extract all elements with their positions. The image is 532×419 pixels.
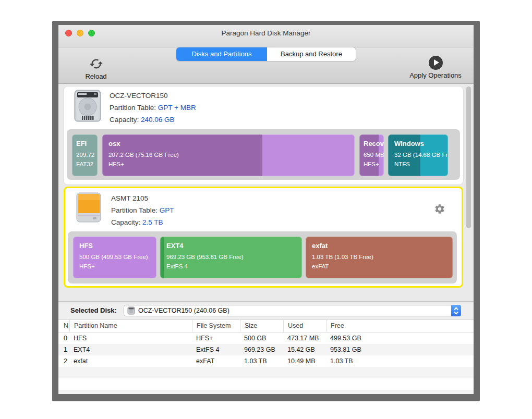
cell-free: 1.03 TB <box>326 355 474 367</box>
partition-windows[interactable]: Windows 32 GB (14.68 GB Fr NTFS <box>388 134 448 176</box>
column-header-used[interactable]: Used <box>283 320 326 332</box>
tab-disks-and-partitions[interactable]: Disks and Partitions <box>176 47 267 61</box>
partition-table-value: GPT + MBR <box>158 104 196 112</box>
partition-size: 209.72 <box>76 152 93 158</box>
partition-bar: HFS 500 GB (499.53 GB Free) HFS+ EXT4 96… <box>68 231 457 284</box>
capacity-row: Capacity: 240.06 GB <box>110 116 196 124</box>
partition-table-row: Partition Table: GPT + MBR <box>110 104 196 112</box>
app-window: Paragon Hard Disk Manager Disks and Part… <box>58 25 474 394</box>
partition-osx[interactable]: osx 207.2 GB (75.16 GB Free) HFS+ <box>102 134 355 176</box>
table-row-hfs[interactable]: 0 HFS HFS+ 500 GB 473.17 MB 499.53 GB <box>58 332 474 344</box>
cell-partition-name: EXT4 <box>69 344 192 355</box>
disk-card-ocz-vector150[interactable]: OCZ-VECTOR150 Partition Table: GPT + MBR… <box>64 87 463 184</box>
cell-file-system: ExtFS 4 <box>192 344 240 355</box>
partition-table-value: GPT <box>160 206 174 214</box>
cell-size: 1.03 TB <box>240 355 283 367</box>
capacity-value: 2.5 TB <box>142 218 163 226</box>
table-row-ext4[interactable]: 1 EXT4 ExtFS 4 969.23 GB 15.42 GB 953.81… <box>58 344 474 355</box>
partition-fs: ExtFS 4 <box>166 263 298 269</box>
internal-hdd-icon <box>74 90 101 122</box>
column-header-size[interactable]: Size <box>240 320 283 332</box>
selected-disk-label: Selected Disk: <box>70 302 117 319</box>
partition-size: 1.03 TB (1.03 TB Free) <box>312 254 449 260</box>
partition-name: osx <box>108 140 350 147</box>
column-header-n[interactable]: N <box>58 320 69 332</box>
cell-free: 499.53 GB <box>326 332 474 344</box>
view-tabs: Disks and Partitions Backup and Restore <box>176 47 356 61</box>
cell-n: 1 <box>58 344 69 355</box>
partition-name: Windows <box>394 140 444 147</box>
empty-table-stripe <box>58 378 474 390</box>
partition-efi[interactable]: EFI 209.72 FAT32 <box>72 134 98 176</box>
reload-button[interactable]: Reload <box>81 57 111 80</box>
window-frame: Paragon Hard Disk Manager Disks and Part… <box>52 21 480 401</box>
disk-card-asmt-2105-selected[interactable]: ASMT 2105 Partition Table: GPT Capacity:… <box>64 187 463 288</box>
dropdown-stepper-icon <box>451 305 461 316</box>
column-header-free[interactable]: Free <box>326 320 474 332</box>
partition-size: 32 GB (14.68 GB Fr <box>394 152 444 158</box>
partition-table-label: Partition Table: <box>111 206 158 214</box>
partition-fs: HFS+ <box>108 161 350 167</box>
window-title: Paragon Hard Disk Manager <box>58 29 474 37</box>
capacity-value: 240.06 GB <box>141 116 175 124</box>
partition-hfs[interactable]: HFS 500 GB (499.53 GB Free) HFS+ <box>73 237 156 278</box>
play-icon <box>429 56 443 70</box>
partition-name: EFI <box>76 140 93 147</box>
cell-partition-name: exfat <box>69 355 192 367</box>
capacity-row: Capacity: 2.5 TB <box>111 218 174 226</box>
partition-table-header: N Partition Name File System Size Used F… <box>58 320 474 332</box>
capacity-label: Capacity: <box>111 218 140 226</box>
column-header-file-system[interactable]: File System <box>192 320 240 332</box>
partition-name: EXT4 <box>166 242 298 250</box>
cell-n: 0 <box>58 332 69 344</box>
partition-recovery[interactable]: Recov 650 MB HFS+ <box>359 134 384 176</box>
partition-bar: EFI 209.72 FAT32 osx 207.2 GB (75.16 GB … <box>67 129 460 180</box>
cell-n: 2 <box>58 355 69 367</box>
disk-list-pane: OCZ-VECTOR150 Partition Table: GPT + MBR… <box>58 84 474 301</box>
partition-size: 207.2 GB (75.16 GB Free) <box>108 152 350 158</box>
partition-table-row: Partition Table: GPT <box>111 206 174 214</box>
column-header-partition-name[interactable]: Partition Name <box>69 320 192 332</box>
cell-file-system: exFAT <box>192 355 240 367</box>
selected-disk-dropdown[interactable]: OCZ-VECTOR150 (240.06 GB) <box>124 305 461 316</box>
partition-ext4[interactable]: EXT4 969.23 GB (953.81 GB Free) ExtFS 4 <box>160 237 302 278</box>
cell-partition-name: HFS <box>69 332 192 344</box>
capacity-label: Capacity: <box>110 116 139 124</box>
partition-fs: NTFS <box>394 161 444 167</box>
selected-disk-bar: Selected Disk: OCZ-VECTOR150 (240.06 GB) <box>58 301 474 320</box>
disk-name: ASMT 2105 <box>111 194 174 202</box>
partition-size: 500 GB (499.53 GB Free) <box>79 254 152 260</box>
disk-pane-scrollbar[interactable] <box>466 87 471 228</box>
partition-name: exfat <box>312 242 449 250</box>
partition-size: 650 MB <box>364 152 380 158</box>
titlebar: Paragon Hard Disk Manager <box>58 25 474 47</box>
disk-settings-gear-icon[interactable] <box>434 203 445 215</box>
partition-fs: FAT32 <box>76 161 93 167</box>
partition-name: HFS <box>79 242 152 250</box>
disk-name: OCZ-VECTOR150 <box>110 92 196 100</box>
cell-size: 969.23 GB <box>240 344 283 355</box>
cell-used: 473.17 MB <box>283 332 326 344</box>
apply-operations-label: Apply Operations <box>409 71 462 79</box>
cell-size: 500 GB <box>240 332 283 344</box>
partition-size: 969.23 GB (953.81 GB Free) <box>166 254 298 260</box>
partition-fs: HFS+ <box>364 161 380 167</box>
partition-name: Recov <box>364 140 380 147</box>
partition-fs: HFS+ <box>79 263 152 269</box>
reload-label: Reload <box>85 72 106 80</box>
partition-fs: exFAT <box>312 263 449 269</box>
empty-table-stripe <box>58 367 474 378</box>
partition-table-label: Partition Table: <box>110 104 156 112</box>
cell-used: 10.49 MB <box>283 355 326 367</box>
tab-backup-and-restore[interactable]: Backup and Restore <box>267 47 356 61</box>
partition-exfat[interactable]: exfat 1.03 TB (1.03 TB Free) exFAT <box>306 237 453 278</box>
toolbar: Disks and Partitions Backup and Restore … <box>58 47 474 84</box>
mini-disk-icon <box>127 306 135 315</box>
external-drive-icon <box>76 192 101 223</box>
cell-used: 15.42 GB <box>283 344 326 355</box>
empty-table-stripe <box>58 390 474 394</box>
cell-file-system: HFS+ <box>192 332 240 344</box>
reload-icon <box>89 57 103 71</box>
table-row-exfat[interactable]: 2 exfat exFAT 1.03 TB 10.49 MB 1.03 TB <box>58 355 474 367</box>
apply-operations-button[interactable]: Apply Operations <box>405 56 466 79</box>
